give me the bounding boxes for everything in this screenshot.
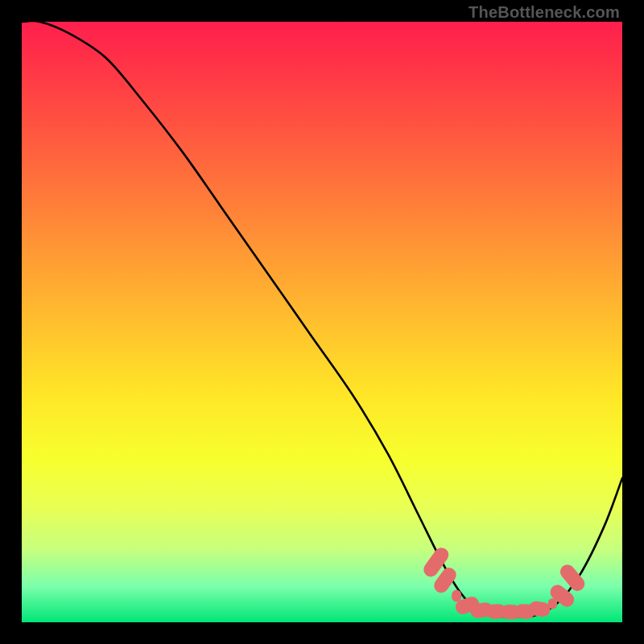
markers-group bbox=[421, 545, 588, 619]
chart-container: TheBottleneck.com bbox=[0, 0, 644, 644]
plot-area bbox=[22, 22, 622, 622]
curve-path bbox=[22, 22, 622, 617]
curve-layer bbox=[22, 22, 622, 622]
marker-small-1 bbox=[452, 590, 461, 602]
watermark-text: TheBottleneck.com bbox=[469, 3, 620, 22]
